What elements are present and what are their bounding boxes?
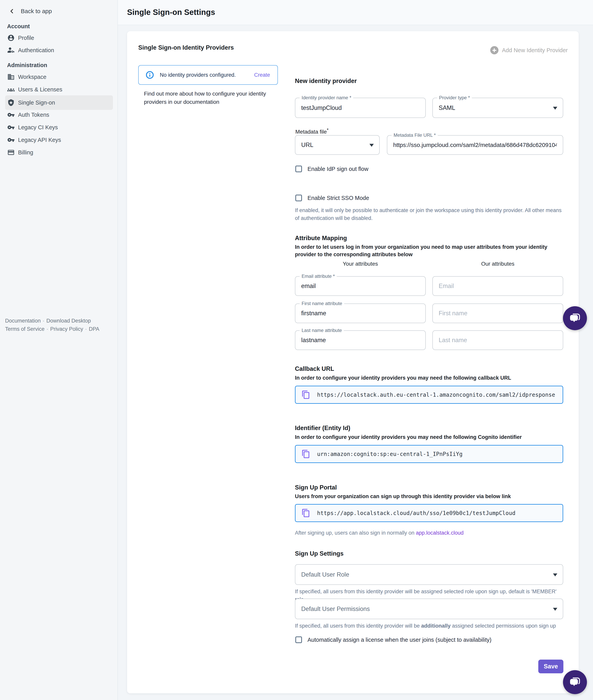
metadata-file-url-input[interactable] — [387, 136, 563, 154]
profile-icon — [7, 34, 15, 42]
sidebar-footer: Documentation·Download Desktop Terms of … — [5, 317, 111, 333]
sidebar-item-single-sign-on[interactable]: Single Sign-on — [5, 95, 113, 110]
identifier-copybox: urn:amazon:cognito:sp:eu-central-1_IPnPs… — [295, 445, 563, 463]
sidebar: Back to app Account Profile Authenticati… — [0, 0, 118, 700]
last-name-attribute-field[interactable]: Last name attribute — [295, 330, 426, 350]
last-name-attribute-input[interactable] — [295, 331, 425, 349]
provider-type-select[interactable]: Provider type * SAML — [432, 98, 563, 118]
back-to-app-button[interactable]: Back to app — [5, 5, 113, 17]
sidebar-section-administration: Administration — [7, 62, 47, 69]
copy-icon[interactable] — [302, 390, 310, 399]
checkbox-label: Automatically assign a license when the … — [308, 637, 491, 643]
key-icon — [7, 136, 15, 144]
copy-icon[interactable] — [302, 509, 310, 518]
footer-link-download-desktop[interactable]: Download Desktop — [46, 318, 91, 324]
checkbox-icon[interactable] — [295, 636, 302, 643]
chevron-down-icon — [369, 144, 374, 147]
callback-url-description: In order to configure your identity prov… — [295, 374, 563, 381]
our-email-input[interactable] — [433, 277, 563, 295]
checkbox-label: Enable IdP sign out flow — [308, 166, 368, 172]
billing-icon — [7, 149, 15, 156]
chat-widget-button[interactable] — [563, 670, 587, 694]
footer-link-documentation[interactable]: Documentation — [5, 318, 41, 324]
signup-portal-heading: Sign Up Portal — [295, 484, 337, 491]
our-first-name-field[interactable] — [432, 303, 563, 323]
identity-providers-card: Single Sign-on Identity Providers Add Ne… — [127, 31, 579, 693]
chevron-left-icon — [8, 8, 15, 15]
copy-icon[interactable] — [302, 449, 310, 458]
default-user-role-select[interactable]: Default User Role — [295, 564, 563, 585]
metadata-source-value: URL — [301, 142, 313, 149]
main-area: Single Sign-on Settings Single Sign-on I… — [118, 0, 593, 700]
key-icon — [7, 123, 15, 131]
sidebar-item-legacy-api-keys[interactable]: Legacy API Keys — [5, 134, 113, 146]
docs-hint: Find out more about how to configure you… — [144, 90, 270, 106]
footer-link-privacy[interactable]: Privacy Policy — [50, 326, 83, 332]
sidebar-item-label: Users & Licenses — [18, 86, 63, 93]
enable-idp-signout-checkbox-row[interactable]: Enable IdP sign out flow — [295, 165, 368, 172]
field-label: Identity provider name * — [300, 95, 353, 101]
save-button[interactable]: Save — [538, 660, 563, 673]
page-title: Single Sign-on Settings — [127, 8, 215, 17]
auto-assign-license-checkbox-row[interactable]: Automatically assign a license when the … — [295, 636, 491, 643]
create-button[interactable]: Create — [254, 72, 270, 78]
metadata-source-select[interactable]: URL — [295, 135, 380, 155]
our-first-name-input[interactable] — [433, 304, 563, 323]
our-email-field[interactable] — [432, 276, 563, 296]
metadata-file-label: Metadata file* — [295, 127, 329, 135]
signup-settings-heading: Sign Up Settings — [295, 550, 344, 557]
signup-portal-description: Users from your organization can sign up… — [295, 493, 563, 500]
email-attribute-field[interactable]: Email attribute * — [295, 276, 426, 296]
key-icon — [7, 111, 15, 119]
new-identity-provider-form: New identity provider Identity provider … — [295, 31, 563, 693]
info-icon — [145, 70, 154, 79]
sidebar-item-profile[interactable]: Profile — [5, 32, 113, 44]
field-label: Metadata File URL * — [392, 133, 438, 138]
chat-icon — [568, 676, 582, 689]
our-last-name-field[interactable] — [432, 330, 563, 350]
card-title: Single Sign-on Identity Providers — [138, 44, 234, 51]
sidebar-item-billing[interactable]: Billing — [5, 146, 113, 159]
our-attributes-column-label: Our attributes — [432, 261, 563, 267]
sidebar-item-authentication[interactable]: Authentication — [5, 44, 113, 57]
sidebar-item-legacy-ci-keys[interactable]: Legacy CI Keys — [5, 121, 113, 134]
metadata-file-url-field[interactable]: Metadata File URL * — [387, 135, 563, 155]
strict-sso-helper: If enabled, it will only be possible to … — [295, 207, 562, 222]
identity-provider-name-input[interactable] — [295, 98, 425, 117]
sidebar-item-users-licenses[interactable]: Users & Licenses — [5, 83, 113, 96]
checkbox-icon[interactable] — [295, 165, 302, 172]
shield-star-icon — [7, 99, 15, 107]
no-providers-alert: No identity providers configured. Create — [138, 65, 278, 85]
chat-icon — [568, 312, 582, 325]
our-last-name-input[interactable] — [433, 331, 563, 349]
checkbox-label: Enable Strict SSO Mode — [308, 195, 369, 201]
field-label: Provider type * — [437, 95, 472, 101]
identifier-value: urn:amazon:cognito:sp:eu-central-1_IPnPs… — [317, 451, 463, 457]
footer-link-dpa[interactable]: DPA — [89, 326, 100, 332]
email-attribute-input[interactable] — [295, 277, 425, 295]
sidebar-item-workspace[interactable]: Workspace — [5, 71, 113, 83]
first-name-attribute-input[interactable] — [295, 304, 425, 323]
sidebar-item-label: Auth Tokens — [18, 112, 49, 118]
attribute-mapping-description: In order to let users log in from your o… — [295, 243, 563, 258]
permissions-helper: If specified, all users from this identi… — [295, 622, 563, 630]
field-label: Last name attribute — [300, 328, 344, 333]
app-localstack-cloud-link[interactable]: app.localstack.cloud — [416, 530, 464, 536]
footer-link-terms[interactable]: Terms of Service — [5, 326, 44, 332]
authentication-icon — [7, 46, 15, 54]
checkbox-icon[interactable] — [295, 195, 302, 201]
chat-widget-button[interactable] — [563, 306, 587, 330]
sidebar-item-label: Legacy CI Keys — [18, 124, 58, 131]
identifier-heading: Identifier (Entity Id) — [295, 425, 350, 432]
first-name-attribute-field[interactable]: First name attribute — [295, 303, 426, 323]
chevron-down-icon — [553, 107, 557, 110]
alert-text: No identity providers configured. — [160, 72, 236, 78]
enable-strict-sso-checkbox-row[interactable]: Enable Strict SSO Mode — [295, 195, 369, 201]
chevron-down-icon — [553, 574, 557, 577]
field-label: First name attribute — [300, 301, 344, 306]
identity-provider-name-field[interactable]: Identity provider name * — [295, 98, 426, 118]
default-user-permissions-select[interactable]: Default User Permissions — [295, 598, 563, 619]
sidebar-item-auth-tokens[interactable]: Auth Tokens — [5, 109, 113, 121]
signup-portal-value: https://app.localstack.cloud/auth/sso/1e… — [317, 510, 515, 516]
callback-url-copybox: https://localstack.auth.eu-central-1.ama… — [295, 386, 563, 404]
